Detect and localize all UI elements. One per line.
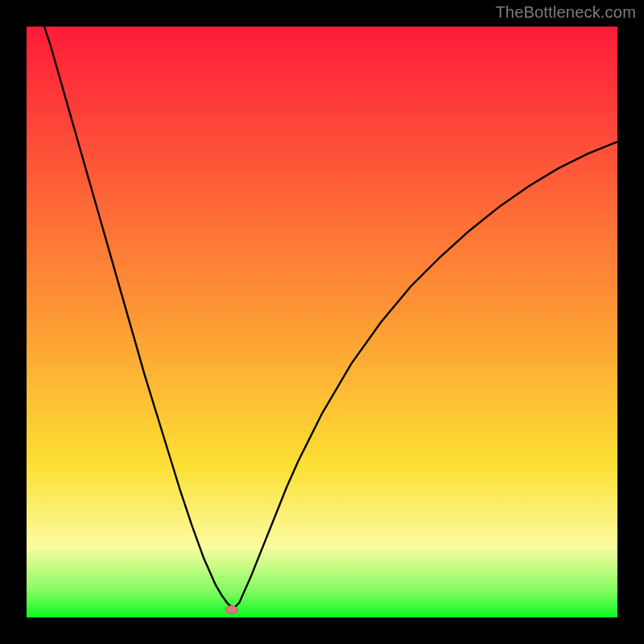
plot-area [27, 27, 617, 617]
bottleneck-chart [27, 27, 617, 617]
gradient-background [27, 27, 617, 617]
watermark-text: TheBottleneck.com [495, 3, 636, 22]
chart-frame: TheBottleneck.com [0, 0, 644, 644]
optimal-point-marker [225, 605, 237, 613]
